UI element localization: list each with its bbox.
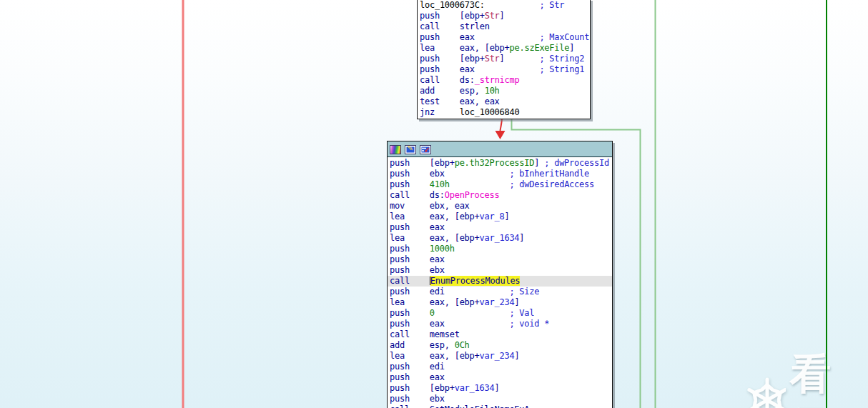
asm-line[interactable]: call ds:OpenProcess <box>388 190 612 201</box>
asm-line[interactable]: push ebx <box>388 265 612 276</box>
asm-line[interactable]: lea eax, [ebp+var_234] <box>388 351 612 362</box>
asm-line[interactable]: push [ebp+var_1634] <box>388 383 612 394</box>
asm-line[interactable]: call GetModuleFileNameExA <box>388 404 612 408</box>
asm-line[interactable]: push 410h ; dwDesiredAccess <box>388 179 612 190</box>
asm-line[interactable]: push [ebp+Str] <box>418 11 590 21</box>
node-title-bar[interactable]: ✎ <box>388 141 612 157</box>
asm-line[interactable]: push 1000h <box>388 244 612 254</box>
asm-line[interactable]: mov ebx, eax <box>388 201 612 212</box>
asm-line[interactable]: lea eax, [ebp+var_234] <box>388 297 612 308</box>
asm-line[interactable]: add esp, 0Ch <box>388 340 612 351</box>
asm-line[interactable]: push eax <box>388 372 612 383</box>
edge-red-fallthrough <box>500 118 503 131</box>
asm-line[interactable]: jnz loc_10006840 <box>418 107 590 118</box>
node-group-icon[interactable] <box>420 145 431 154</box>
group-glyph-icon <box>421 146 430 153</box>
asm-line[interactable]: push eax ; MaxCount <box>418 32 590 43</box>
asm-line[interactable]: push ebx ; bInheritHandle <box>388 169 612 179</box>
node-color-icon[interactable] <box>390 145 401 154</box>
code-lines: loc_1000673C: ; Strpush [ebp+Str]call st… <box>418 0 590 118</box>
asm-line[interactable]: call strlen <box>418 21 590 32</box>
node-edit-icon[interactable]: ✎ <box>405 145 416 154</box>
edge-red-arrowhead-icon <box>495 131 505 139</box>
asm-line[interactable]: lea eax, [ebp+pe.szExeFile] <box>418 43 590 54</box>
asm-line[interactable]: call ds:_strnicmp <box>418 75 590 86</box>
asm-line[interactable]: push eax ; String1 <box>418 64 590 75</box>
graph-canvas[interactable]: { "view": {"type": "disassembly-graph"},… <box>0 0 868 408</box>
asm-line[interactable]: push ebx <box>388 394 612 404</box>
asm-line[interactable]: push eax <box>388 254 612 265</box>
asm-line[interactable]: call EnumProcessModules <box>388 276 612 287</box>
asm-line[interactable]: push [ebp+pe.th32ProcessID] ; dwProcessI… <box>388 158 612 169</box>
code-lines: push [ebp+pe.th32ProcessID] ; dwProcessI… <box>388 157 612 408</box>
asm-line[interactable]: lea eax, [ebp+var_8] <box>388 212 612 222</box>
asm-line[interactable]: lea eax, [ebp+var_1634] <box>388 233 612 244</box>
asm-line[interactable]: test eax, eax <box>418 96 590 107</box>
pencil-icon: ✎ <box>408 145 413 152</box>
asm-line[interactable]: push edi ; Size <box>388 287 612 297</box>
asm-line[interactable]: push eax <box>388 222 612 233</box>
basic-block-top[interactable]: loc_1000673C: ; Strpush [ebp+Str]call st… <box>417 0 591 119</box>
asm-line[interactable]: push [ebp+Str] ; String2 <box>418 54 590 64</box>
asm-line[interactable]: call memset <box>388 329 612 340</box>
asm-line[interactable]: add esp, 10h <box>418 86 590 96</box>
basic-block-current[interactable]: ✎ push [ebp+pe.th32ProcessID] ; dwProces… <box>387 141 613 408</box>
asm-line[interactable]: push eax ; void * <box>388 319 612 329</box>
asm-line[interactable]: loc_1000673C: ; Str <box>418 0 590 11</box>
asm-line[interactable]: push 0 ; Val <box>388 308 612 319</box>
asm-line[interactable]: push edi <box>388 362 612 372</box>
